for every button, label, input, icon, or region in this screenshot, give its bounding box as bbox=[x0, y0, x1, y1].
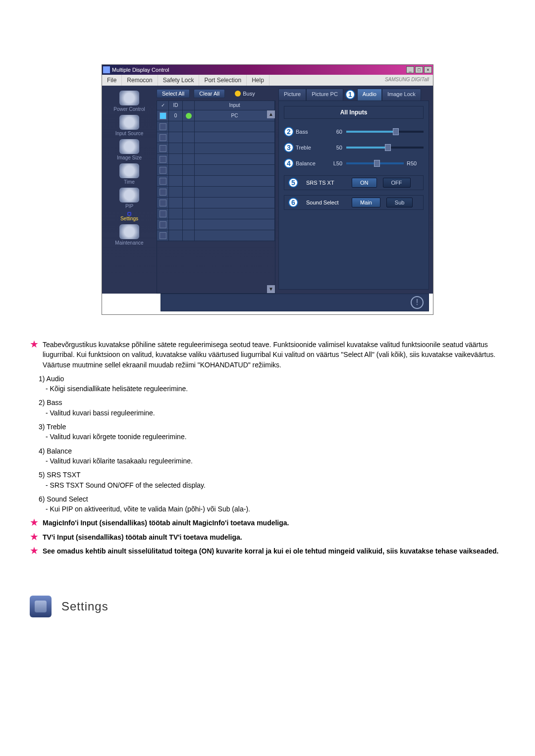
close-button[interactable]: × bbox=[424, 66, 432, 73]
list-desc: - Valitud kuvari bassi reguleerimine. bbox=[46, 408, 505, 418]
table-row[interactable] bbox=[157, 143, 275, 154]
row-checkbox[interactable] bbox=[160, 210, 166, 217]
brand-label: SAMSUNG DIGITall bbox=[381, 75, 433, 86]
row-checkbox[interactable] bbox=[160, 232, 166, 239]
balance-left: L50 bbox=[325, 160, 342, 166]
sidebar-item-label: Settings bbox=[120, 216, 138, 221]
menu-help[interactable]: Help bbox=[247, 75, 269, 86]
row-checkbox[interactable] bbox=[160, 112, 166, 119]
sidebar-item-label: Image Size bbox=[117, 155, 142, 160]
clear-all-button[interactable]: Clear All bbox=[194, 89, 225, 98]
sound-main-button[interactable]: Main bbox=[352, 198, 380, 207]
srs-on-button[interactable]: ON bbox=[352, 178, 377, 188]
note-text: TV'i Input (sisendallikas) töötab ainult… bbox=[43, 532, 242, 542]
sound-select-label: Sound Select bbox=[306, 200, 346, 205]
header-status bbox=[183, 101, 195, 110]
list-item: 4) Balance bbox=[39, 446, 505, 456]
sidebar: Power Control Input Source Image Size Ti… bbox=[102, 86, 157, 294]
list-desc: - Valitud kuvari kõrgete toonide regulee… bbox=[46, 432, 505, 442]
srs-off-button[interactable]: OFF bbox=[383, 178, 411, 188]
scroll-up-button[interactable]: ▲ bbox=[267, 110, 275, 118]
alert-icon: ! bbox=[411, 296, 424, 309]
busy-label: Busy bbox=[243, 91, 255, 97]
tabs: Picture Picture PC 1 Audio Image Lock bbox=[278, 89, 429, 101]
table-row[interactable] bbox=[157, 121, 275, 132]
sidebar-item-label: Time bbox=[124, 179, 135, 185]
table-row[interactable] bbox=[157, 132, 275, 143]
table-row[interactable] bbox=[157, 187, 275, 198]
bass-label: Bass bbox=[296, 129, 325, 135]
table-row[interactable] bbox=[157, 165, 275, 176]
row-checkbox[interactable] bbox=[160, 189, 166, 196]
sidebar-item-label: Input Source bbox=[115, 131, 144, 136]
table-row[interactable] bbox=[157, 176, 275, 187]
maximize-button[interactable]: □ bbox=[415, 66, 423, 73]
table-row[interactable]: 0 PC bbox=[157, 110, 275, 121]
row-checkbox[interactable] bbox=[160, 178, 166, 185]
grid-header: ✓ ID Input bbox=[157, 101, 275, 110]
power-icon bbox=[119, 91, 139, 105]
note-text: MagicInfo'i Input (sisendallikas) töötab… bbox=[43, 518, 289, 528]
section-title: Settings bbox=[61, 598, 108, 615]
table-row[interactable] bbox=[157, 198, 275, 208]
titlebar[interactable]: Multiple Display Control _ □ × bbox=[102, 65, 433, 75]
menu-port-selection[interactable]: Port Selection bbox=[199, 75, 247, 86]
list-desc: - Kui PIP on aktiveeritud, võite te vali… bbox=[46, 504, 505, 514]
pip-icon bbox=[119, 188, 139, 202]
row-checkbox[interactable] bbox=[160, 134, 166, 141]
list-item: 2) Bass bbox=[39, 398, 505, 407]
row-checkbox[interactable] bbox=[160, 200, 166, 206]
list-item: 6) Sound Select bbox=[39, 494, 505, 504]
panel-title: All Inputs bbox=[284, 106, 424, 119]
row-checkbox[interactable] bbox=[160, 167, 166, 174]
scroll-down-button[interactable]: ▼ bbox=[267, 285, 275, 293]
balance-slider[interactable] bbox=[346, 162, 404, 164]
callout-marker-5: 5 bbox=[288, 178, 298, 188]
image-size-icon bbox=[119, 139, 139, 154]
menu-remocon[interactable]: Remocon bbox=[122, 75, 158, 86]
table-row[interactable] bbox=[157, 219, 275, 230]
tab-picture[interactable]: Picture bbox=[278, 89, 306, 101]
list-desc: - Valitud kuvari kõlarite tasakaalu regu… bbox=[46, 456, 505, 466]
sidebar-item-settings[interactable]: Settings bbox=[107, 212, 152, 221]
section-heading: Settings bbox=[30, 596, 505, 617]
callout-marker-3: 3 bbox=[284, 143, 294, 152]
table-row[interactable] bbox=[157, 208, 275, 219]
sidebar-item-image-size[interactable]: Image Size bbox=[107, 139, 152, 160]
header-id: ID bbox=[169, 101, 183, 110]
sidebar-item-maintenance[interactable]: Maintenance bbox=[107, 224, 152, 246]
row-checkbox[interactable] bbox=[160, 221, 166, 228]
status-bar: ! bbox=[160, 294, 429, 311]
star-icon: ★ bbox=[30, 546, 39, 555]
table-row[interactable] bbox=[157, 154, 275, 165]
select-all-button[interactable]: Select All bbox=[157, 89, 190, 98]
grid-body: 0 PC ▲ ▼ bbox=[157, 110, 275, 294]
treble-slider[interactable] bbox=[346, 147, 424, 149]
sidebar-item-input-source[interactable]: Input Source bbox=[107, 115, 152, 136]
sound-sub-button[interactable]: Sub bbox=[386, 198, 413, 207]
menu-file[interactable]: File bbox=[102, 75, 122, 86]
sidebar-item-power-control[interactable]: Power Control bbox=[107, 91, 152, 112]
header-input: Input bbox=[195, 101, 275, 110]
sidebar-item-time[interactable]: Time bbox=[107, 163, 152, 185]
row-checkbox[interactable] bbox=[160, 123, 166, 130]
tab-audio[interactable]: Audio bbox=[357, 89, 382, 101]
input-icon bbox=[119, 115, 139, 130]
bass-slider[interactable] bbox=[346, 131, 424, 133]
list-item: 5) SRS TSXT bbox=[39, 470, 505, 480]
treble-value: 50 bbox=[325, 145, 342, 151]
callout-marker-2: 2 bbox=[284, 127, 294, 137]
sidebar-item-pip[interactable]: PIP bbox=[107, 188, 152, 209]
table-row[interactable] bbox=[157, 230, 275, 241]
callout-marker-6: 6 bbox=[288, 198, 298, 207]
minimize-button[interactable]: _ bbox=[406, 66, 414, 73]
note-text: See omadus kehtib ainult sisselülitatud … bbox=[43, 546, 498, 556]
settings-section-icon bbox=[30, 596, 52, 617]
balance-right: R50 bbox=[407, 160, 424, 166]
row-checkbox[interactable] bbox=[160, 145, 166, 152]
note-text: Teabevõrgustikus kuvatakse põhiline säte… bbox=[43, 340, 505, 370]
tab-picture-pc[interactable]: Picture PC bbox=[306, 89, 343, 101]
row-checkbox[interactable] bbox=[160, 156, 166, 163]
menu-safety-lock[interactable]: Safety Lock bbox=[158, 75, 200, 86]
tab-image-lock[interactable]: Image Lock bbox=[382, 89, 421, 101]
